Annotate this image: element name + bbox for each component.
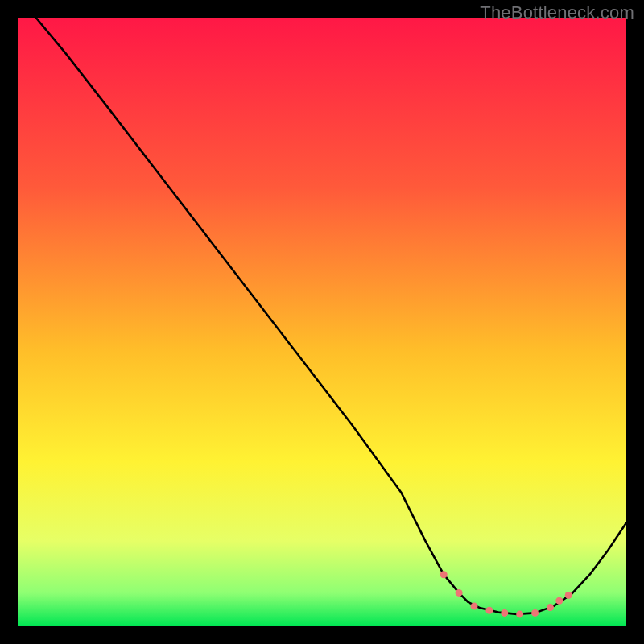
bottleneck-curve	[18, 18, 626, 626]
curve-marker	[456, 589, 463, 597]
curve-marker	[501, 609, 508, 617]
curve-marker	[471, 603, 478, 610]
chart-frame: TheBottleneck.com	[0, 0, 644, 644]
curve-marker	[485, 607, 493, 614]
curve-marker	[531, 609, 539, 617]
curve-marker	[440, 571, 448, 578]
curve-marker	[516, 610, 523, 617]
curve-marker	[547, 604, 554, 611]
watermark-text: TheBottleneck.com	[480, 2, 634, 23]
plot-area	[18, 18, 626, 626]
curve-marker	[565, 592, 572, 599]
curve-marker	[555, 597, 563, 605]
